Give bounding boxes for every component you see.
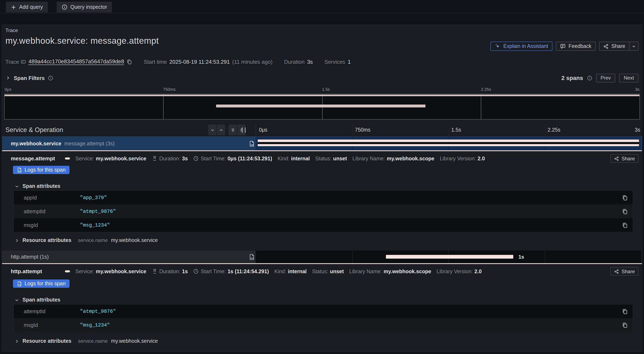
feedback-label: Feedback (568, 43, 591, 49)
attribute-key: appId (14, 195, 80, 201)
timeline-tick: 750ms (355, 127, 370, 133)
span-operation-name: message.attempt (3s) (64, 141, 115, 146)
minimap-tick: 750ms (163, 87, 176, 92)
log-document-icon: LOG (17, 281, 22, 286)
share-dropdown-toggle[interactable] (630, 42, 638, 51)
span-filters-expand-icon[interactable] (6, 75, 10, 80)
attribute-value: "msg_1234" (80, 322, 110, 328)
attribute-row: attemptId "atmpt_9876" (14, 304, 633, 318)
span-row-name-cell[interactable]: my.webhook.service message.attempt (3s) (2, 137, 256, 150)
span-detail-fields: Service:my.webhook.service Duration:3s S… (65, 156, 610, 161)
next-span-button[interactable]: Next (619, 74, 638, 82)
resource-attributes-toggle[interactable]: Resource attributes service.name my.webh… (14, 338, 158, 344)
svg-text:LOG: LOG (250, 257, 254, 259)
span-share-button[interactable]: Share (610, 267, 638, 276)
hourglass-icon (152, 269, 157, 274)
trace-title: my.webhook.service: message.attempt (6, 36, 159, 46)
collapse-all-button[interactable] (228, 125, 237, 135)
logs-for-span-button[interactable]: LOG Logs for this span (13, 279, 69, 288)
resource-attribute-value: my.webhook.service (111, 237, 158, 243)
log-document-icon: LOG (17, 167, 22, 173)
attribute-value: "app_379" (80, 195, 107, 201)
share-alt-icon (614, 156, 619, 161)
trace-id-label: Trace ID (6, 59, 26, 65)
timeline-column-header: Service & Operation 0μs 750ms 1.5s (2, 124, 642, 137)
span-row-message-attempt[interactable]: my.webhook.service message.attempt (3s) … (2, 137, 642, 151)
share-label: Share (611, 43, 625, 49)
trace-timeline-minimap[interactable] (4, 94, 640, 120)
header-actions: Explain in Assistant Feedback Share (490, 42, 638, 51)
span-duration-bar[interactable] (258, 140, 639, 146)
attribute-row: msgId "msg_1234" (14, 318, 633, 332)
trace-meta: Trace ID 489a44cc170e83454857a5647da59de… (6, 58, 351, 65)
collapse-one-button[interactable] (208, 125, 216, 135)
timeline-tick: 1.5s (451, 127, 461, 133)
attribute-value: "msg_1234" (80, 222, 110, 228)
query-inspector-label: Query inspector (70, 4, 107, 10)
timeline-tick: 2.25s (548, 127, 560, 133)
expand-one-button[interactable] (217, 125, 225, 135)
info-circle-icon (62, 4, 68, 10)
span-attributes-toggle[interactable]: Span attributes (14, 183, 60, 189)
share-button-group: Share (599, 42, 638, 51)
query-inspector-button[interactable]: Query inspector (56, 2, 112, 13)
share-alt-icon (614, 269, 619, 274)
svg-text:LOG: LOG (18, 284, 21, 285)
span-row-http-attempt[interactable]: http.attempt (1s) LOG 1s (2, 251, 642, 264)
share-alt-icon (603, 44, 608, 49)
span-row-timeline-cell[interactable] (256, 137, 641, 150)
span-attributes-toggle[interactable]: Span attributes (14, 297, 60, 303)
share-button[interactable]: Share (599, 42, 630, 51)
span-filters-title: Span Filters (14, 75, 45, 81)
explain-label: Explain in Assistant (503, 43, 548, 49)
minimap-gridline (164, 94, 164, 119)
chevron-down-icon (14, 184, 19, 188)
minimap-axis: 0μs 750ms 1.5s 2.25s 3s (4, 87, 640, 93)
attribute-key: msgId (14, 322, 80, 328)
minimap-tick: 1.5s (322, 87, 330, 92)
span-detail-name: http.attempt (11, 268, 65, 274)
log-document-icon[interactable]: LOG (248, 140, 255, 147)
minimap-tick: 3s (635, 87, 640, 92)
resource-attributes-toggle[interactable]: Resource attributes service.name my.webh… (14, 237, 158, 243)
span-detail-header: message.attempt Service:my.webhook.servi… (11, 154, 638, 163)
copy-trace-id-icon[interactable] (127, 59, 132, 64)
copy-icon[interactable] (622, 208, 628, 214)
span-attributes-table: appId "app_379" attemptId "atmpt_9876" m… (13, 190, 633, 232)
duration-value: 3s (307, 59, 313, 65)
chevron-down-icon (632, 44, 636, 49)
log-document-icon[interactable]: LOG (248, 254, 255, 260)
trace-id-value[interactable]: 489a44cc170e83454857a5647da59de8 (28, 58, 124, 65)
panel-title: Trace (6, 28, 18, 33)
span-duration-bar[interactable] (386, 255, 514, 259)
prev-span-button[interactable]: Prev (596, 74, 615, 82)
minimap-span-bar-root (4, 95, 640, 96)
start-time-label: Start time (144, 59, 167, 65)
span-filters-bar: Span Filters 2 spans Prev Next (2, 72, 642, 84)
add-query-button[interactable]: Add query (6, 2, 48, 13)
span-color-swatch (65, 157, 70, 160)
column-resize-grip[interactable] (242, 127, 246, 133)
hourglass-icon (152, 156, 157, 161)
span-duration-label: 1s (518, 254, 524, 260)
span-filters-info-icon[interactable] (48, 75, 54, 81)
span-row-timeline-cell[interactable]: 1s (256, 251, 641, 263)
attribute-value: "atmpt_9876" (80, 208, 116, 214)
chevron-right-icon (14, 238, 19, 243)
resource-attribute-key: service.name (78, 237, 108, 243)
copy-icon[interactable] (622, 322, 628, 328)
span-row-name-cell[interactable]: http.attempt (1s) (2, 251, 256, 263)
attribute-row: msgId "msg_1234" (14, 218, 633, 232)
span-share-button[interactable]: Share (610, 154, 638, 163)
copy-icon[interactable] (622, 222, 628, 228)
span-detail-header: http.attempt Service:my.webhook.service … (11, 267, 638, 276)
comment-icon (560, 43, 566, 49)
copy-icon[interactable] (622, 308, 628, 314)
query-editor-toolbar: Add query Query inspector (0, 0, 644, 13)
explain-in-assistant-button[interactable]: Explain in Assistant (490, 42, 552, 51)
copy-icon[interactable] (622, 195, 628, 201)
feedback-button[interactable]: Feedback (556, 42, 596, 51)
span-count-info-icon[interactable] (587, 75, 592, 81)
add-query-label: Add query (19, 4, 43, 10)
logs-for-span-button[interactable]: LOG Logs for this span (13, 166, 69, 174)
